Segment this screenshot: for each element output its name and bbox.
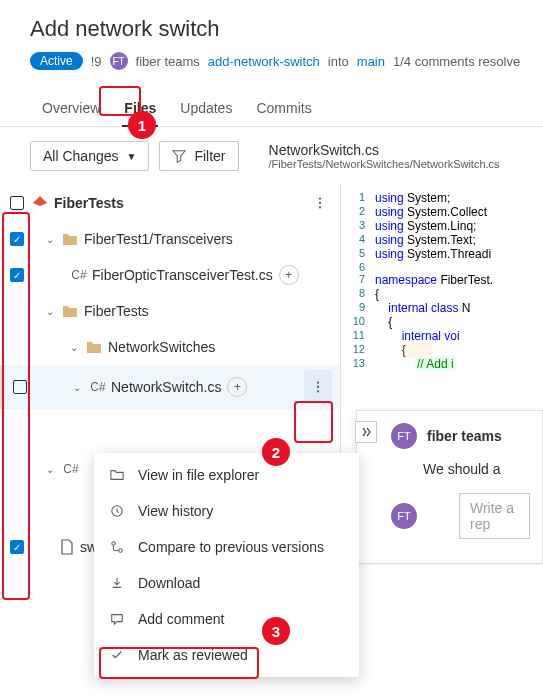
add-button[interactable]: +: [279, 265, 299, 285]
svg-point-1: [319, 202, 321, 204]
tree-label: NetworkSwitch.cs: [111, 379, 221, 395]
code-line: 7namespace FiberTest.: [341, 273, 543, 287]
tree-label: FiberTests: [84, 303, 149, 319]
history-icon: [110, 504, 126, 518]
filter-button[interactable]: Filter: [159, 141, 238, 171]
download-icon: [110, 576, 126, 590]
chevron-down-icon[interactable]: ⌄: [46, 234, 56, 245]
more-button[interactable]: [304, 370, 332, 404]
comments-status: 1/4 comments resolve: [393, 54, 520, 69]
meta-row: Active !9 FT fiber teams add-network-swi…: [30, 52, 523, 70]
code-line: 2using System.Collect: [341, 205, 543, 219]
code-line: 10 {: [341, 315, 543, 329]
avatar: FT: [110, 52, 128, 70]
tree-label: FiberTests: [54, 195, 124, 211]
page-title: Add network switch: [30, 16, 523, 42]
checkbox[interactable]: ✓: [10, 268, 24, 282]
current-file-name: NetworkSwitch.cs: [269, 142, 500, 158]
add-button[interactable]: +: [227, 377, 247, 397]
csharp-icon: C#: [70, 268, 88, 282]
comment-body: We should a: [423, 461, 530, 477]
more-button[interactable]: [308, 188, 332, 218]
status-badge: Active: [30, 52, 83, 70]
folder-icon: [62, 232, 78, 246]
code-viewer: 1using System;2using System.Collect3usin…: [340, 185, 543, 565]
chevron-down-icon[interactable]: ⌄: [46, 464, 56, 475]
folder-open-icon: [110, 468, 126, 482]
menu-mark-reviewed[interactable]: Mark as reviewed: [94, 637, 359, 673]
code-line: 3using System.Linq;: [341, 219, 543, 233]
source-branch-link[interactable]: add-network-switch: [208, 54, 320, 69]
tree-folder[interactable]: ⌄ FiberTests: [0, 293, 340, 329]
menu-label: Mark as reviewed: [138, 647, 248, 663]
svg-point-0: [319, 197, 321, 199]
menu-compare[interactable]: Compare to previous versions: [94, 529, 359, 565]
tree-label: FiberTest1/Transceivers: [84, 231, 233, 247]
filter-label: Filter: [194, 148, 225, 164]
code-line: 1using System;: [341, 191, 543, 205]
checkbox[interactable]: ✓: [10, 540, 24, 554]
folder-icon: [62, 304, 78, 318]
repo-icon: [32, 195, 48, 211]
menu-view-explorer[interactable]: View in file explorer: [94, 457, 359, 493]
tab-updates[interactable]: Updates: [168, 92, 244, 126]
comment-panel: FT fiber teams We should a FT Write a re…: [356, 410, 543, 564]
menu-label: Compare to previous versions: [138, 539, 324, 555]
folder-icon: [86, 340, 102, 354]
menu-add-comment[interactable]: Add comment: [94, 601, 359, 637]
more-vertical-icon: [311, 380, 325, 394]
menu-label: Add comment: [138, 611, 224, 627]
code-line: 12 {: [341, 343, 543, 357]
tree-label: NetworkSwitches: [108, 339, 215, 355]
tree-folder[interactable]: ✓ ⌄ FiberTest1/Transceivers: [0, 221, 340, 257]
toolbar: All Changes ▼ Filter NetworkSwitch.cs /F…: [0, 127, 543, 185]
tab-commits[interactable]: Commits: [244, 92, 323, 126]
code-line: 4using System.Text;: [341, 233, 543, 247]
tree-folder[interactable]: ⌄ NetworkSwitches: [0, 329, 340, 365]
tree-file[interactable]: ✓ C# FiberOpticTransceiverTest.cs +: [0, 257, 340, 293]
target-branch-link[interactable]: main: [357, 54, 385, 69]
menu-download[interactable]: Download: [94, 565, 359, 601]
svg-point-8: [119, 549, 123, 553]
menu-view-history[interactable]: View history: [94, 493, 359, 529]
team-name: fiber teams: [136, 54, 200, 69]
svg-point-3: [317, 381, 319, 383]
more-vertical-icon: [313, 196, 327, 210]
csharp-icon: C#: [89, 380, 107, 394]
code-area[interactable]: 1using System;2using System.Collect3usin…: [341, 185, 543, 377]
avatar: FT: [391, 503, 417, 529]
checkbox[interactable]: ✓: [10, 232, 24, 246]
all-changes-dropdown[interactable]: All Changes ▼: [30, 141, 149, 171]
code-line: 13 // Add i: [341, 357, 543, 371]
csharp-icon: C#: [62, 462, 80, 476]
document-icon: [60, 539, 74, 555]
tree-root[interactable]: FiberTests: [0, 185, 340, 221]
tree-file-selected[interactable]: ⌄ C# NetworkSwitch.cs +: [0, 365, 340, 409]
code-line: 8{: [341, 287, 543, 301]
svg-point-5: [317, 390, 319, 392]
chevron-down-icon[interactable]: ⌄: [73, 382, 83, 393]
collapse-button[interactable]: [355, 421, 377, 443]
svg-point-2: [319, 206, 321, 208]
compare-icon: [110, 540, 126, 554]
code-line: 11 internal voi: [341, 329, 543, 343]
avatar: FT: [391, 423, 417, 449]
svg-point-7: [112, 542, 116, 546]
issue-count: !9: [91, 54, 102, 69]
checkbox[interactable]: [13, 380, 27, 394]
menu-label: Download: [138, 575, 200, 591]
chevron-down-icon[interactable]: ⌄: [46, 306, 56, 317]
tree-label: FiberOpticTransceiverTest.cs: [92, 267, 273, 283]
reply-input[interactable]: Write a rep: [459, 493, 530, 539]
svg-point-4: [317, 386, 319, 388]
checkbox[interactable]: [10, 196, 24, 210]
chevron-double-icon: [361, 427, 371, 437]
tab-files[interactable]: Files: [112, 92, 168, 126]
chevron-down-icon[interactable]: ⌄: [70, 342, 80, 353]
code-line: 6: [341, 261, 543, 273]
code-line: 9 internal class N: [341, 301, 543, 315]
context-menu: View in file explorer View history Compa…: [94, 453, 359, 677]
comment-author: fiber teams: [427, 428, 502, 444]
comment-icon: [110, 612, 126, 626]
tab-overview[interactable]: Overview: [30, 92, 112, 126]
